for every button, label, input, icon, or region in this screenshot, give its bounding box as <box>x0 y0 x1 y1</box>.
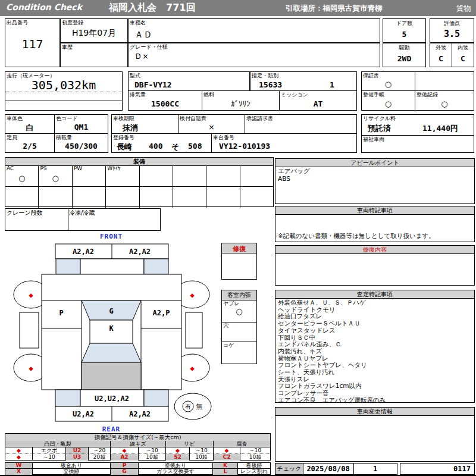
legend-size: 10超 <box>240 454 270 461</box>
legend-symbol: ◆ <box>166 447 190 454</box>
legend-code: A2 <box>111 454 139 461</box>
displacement-label: 排気量 <box>130 91 146 99</box>
repair-box-header: 修復 <box>221 243 257 253</box>
model-code-cell: 型式 DBF-VY12 <box>128 71 250 91</box>
legend-size: 10超 <box>190 454 214 461</box>
vehicle-notes-note: ※記載のない書類・機器等は無しとして取り扱います。 <box>278 232 435 240</box>
reg-region: 長崎 <box>117 142 132 152</box>
chassis-cell: 車台番号 VY12-010193 <box>211 133 357 153</box>
registration-cell: 登録番号 長崎 400 そ 508 <box>111 133 212 153</box>
legend-code-l: L <box>213 469 238 475</box>
car-history-cell: 車歴 <box>60 43 128 67</box>
legend-code-w: W <box>5 463 33 468</box>
exterior-grade-cell: 外装 C <box>430 43 452 67</box>
model-name: ＡＤ <box>134 29 152 40</box>
change-info-title: 車両変更情報 <box>275 408 474 416</box>
maintenance-record-cell: 整備記録 ○ <box>415 90 474 111</box>
title-bar: Condition Check 福岡入札会 771回 引取場所：福岡県古賀市青柳… <box>0 0 476 16</box>
front-bumper-left-marks: A2,A2 <box>73 248 94 256</box>
equip-mark: ○ <box>39 174 71 183</box>
cabin-lining-title: 客室内張 <box>222 290 256 300</box>
inspection: 抹消 <box>123 123 138 133</box>
legend-code: C2 <box>214 454 240 461</box>
car-history-label: 車歴 <box>62 43 73 51</box>
front-label: FRONT <box>100 233 123 240</box>
insurance-cell: 検付自賠責 × <box>178 114 245 134</box>
vehicle-category: 貨物 <box>456 4 471 14</box>
legend-group-rust: サビ <box>166 441 214 447</box>
wheel-damage-mark: ◆ <box>190 364 195 372</box>
lot-number-cell: 出品番号 117 <box>5 18 60 67</box>
doors-cell: ドア数 5 <box>383 18 426 43</box>
capacity-cell: 定員 2/5 <box>5 133 55 153</box>
fuel-cell: 燃料 ｶﾞｿﾘﾝ <box>202 90 280 111</box>
refrigeration-label: 冷凍/冷蔵 <box>69 209 95 217</box>
vehicle-notes-panel: 車両特記事項 ※記載のない書類・機器等は無しとして取り扱います。 <box>275 206 475 242</box>
brand-logo: Condition Check <box>6 2 82 12</box>
displacement: 1500CC <box>129 99 202 108</box>
maintenance-book-label: 整備手帳 <box>363 91 384 99</box>
recycle-fee: 11,440円 <box>422 123 458 134</box>
legend-size: ～10 <box>33 454 66 461</box>
assessment-title: 査定特記事項 <box>275 290 474 299</box>
transmission-label: ミッション <box>281 91 308 99</box>
legend-size: ～10 <box>190 447 214 454</box>
first-registration: H19年07月 <box>61 28 127 39</box>
equip-col-label: Wﾀｲﾔ <box>107 165 120 171</box>
transmission-cell: ミッション AT <box>279 90 357 111</box>
legend-symbol: ◆ <box>5 454 33 461</box>
vehicle-notes-title: 車両特記事項 <box>275 206 474 215</box>
grade: Ｄ× <box>134 51 149 62</box>
class-no: 1 <box>330 80 334 89</box>
appeal-item: エアバッグ <box>278 168 310 175</box>
approval-cell: 承認請求書 <box>245 114 357 134</box>
chassis-label: 車台番号 <box>213 134 234 142</box>
first-registration-cell: 初度登録 H19年07月 <box>60 18 128 43</box>
repair-box-title: 修復 <box>222 245 256 253</box>
welfare-label: 福祉車両 <box>363 136 384 143</box>
assessment-item: 外装色褪せＡ、Ｕ、Ｓ、Ｐハゲ <box>278 299 386 306</box>
body-color-label: 車体色 <box>7 115 23 123</box>
exterior-grade: C <box>430 54 452 63</box>
wheel-damage-mark: ◆ <box>29 364 33 372</box>
recycle-cell: リサイクル料 預託済 11,440円 <box>361 114 474 136</box>
front-right-fender <box>144 259 168 274</box>
maintenance-record-mark: ○ <box>415 99 474 108</box>
body-color-cell: 車体色 白 <box>5 114 55 134</box>
check-label: チェック <box>275 464 303 474</box>
color-code-label: 色コード <box>56 115 77 123</box>
equipment-row-2 <box>5 186 273 208</box>
equipment-table: 装備 AC○ PS○ PW Wﾀｲﾔ <box>5 157 274 207</box>
sheet-number-box: 0117 <box>400 463 475 475</box>
rear-right-corner <box>144 390 168 406</box>
warranty-cell: 保証書 ○ <box>361 71 415 91</box>
repair-content-title: 修復内容 <box>275 246 474 254</box>
maintenance-record-label: 整備記録 <box>416 91 438 99</box>
welfare-cell: 福祉車両 <box>361 135 474 153</box>
legend-group-scratch: 線キズ <box>111 441 166 447</box>
reg-class: 400 <box>149 142 162 151</box>
rear-window <box>82 343 141 362</box>
inspection-label: 車検期限 <box>113 115 134 123</box>
wheel-damage-mark: ◆ <box>29 291 33 299</box>
load-capacity-label: 積載量 <box>56 134 72 142</box>
doors: 5 <box>383 30 425 39</box>
legend-code: U2 <box>66 447 89 454</box>
first-registration-label: 初度登録 <box>62 19 83 27</box>
sheet-number: 0117 <box>453 464 471 474</box>
legend-symbol: ◆ <box>214 447 240 454</box>
displacement-cell: 排気量 1500CC <box>128 90 202 111</box>
legend-desc-x: 交換跡 <box>33 469 111 475</box>
legend-size: 20超 <box>89 454 111 461</box>
equip-mark: ○ <box>5 174 38 183</box>
repair-box-body <box>221 253 257 280</box>
score-label: 評価点 <box>430 20 474 27</box>
warranty-mark: ○ <box>362 80 415 89</box>
score: 3.5 <box>430 29 474 39</box>
model-code: DBF-VY12 <box>134 80 172 89</box>
repair-content-panel: 修復内容 <box>275 245 475 286</box>
equip-col-label: PW <box>74 165 82 171</box>
assessment-item: シート、天張り汚れ <box>278 369 386 376</box>
doors-label: ドア数 <box>383 20 425 27</box>
recycle-label: リサイクル料 <box>363 115 396 123</box>
